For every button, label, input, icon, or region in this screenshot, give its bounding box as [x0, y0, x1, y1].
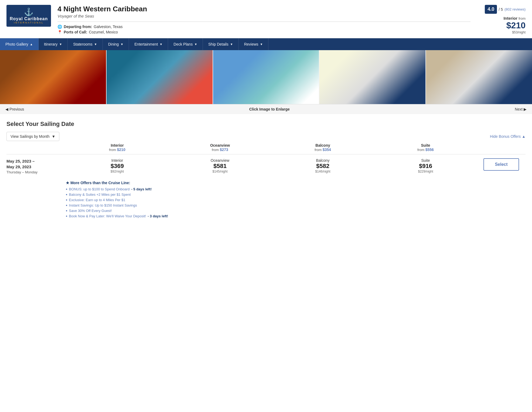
list-item[interactable]: Instant Savings: Up to $150 Instant Savi… [66, 203, 526, 208]
month-select-label: View Sailings by Month [11, 134, 49, 139]
cabin-header-action [477, 143, 526, 152]
nav-ship-details-label: Ship Details [208, 42, 229, 46]
hide-bonus-label: Hide Bonus Offers ▲ [490, 134, 526, 139]
cabin-header-interior: Interior from $210 [66, 143, 169, 152]
cabin-header-interior-from: from $210 [66, 147, 169, 152]
nav-entertainment-arrow: ▼ [159, 43, 162, 46]
nav-dining-arrow: ▼ [120, 43, 123, 46]
sailing-oceanview-per-night: $145/night [169, 170, 271, 173]
gallery-image-5[interactable] [426, 50, 532, 104]
price-main: $210 [477, 20, 526, 30]
bonus-star-icon: ★ [66, 181, 70, 185]
bonus-offer-5-text: Save 30% Off Every Guest! [69, 209, 112, 213]
cabin-header-oceanview-from: from $273 [169, 147, 271, 152]
sailing-date-range: May 25, 2023 –May 29, 2023 [6, 158, 66, 170]
bonus-offer-4-text: Instant Savings: Up to $150 Instant Savi… [69, 203, 137, 207]
nav-photo-gallery[interactable]: Photo Gallery ▲ [0, 38, 39, 50]
cabin-header-suite-type: Suite [374, 143, 477, 147]
nav-ship-details[interactable]: Ship Details ▼ [203, 38, 239, 50]
list-item[interactable]: BONUS: up to $100 to Spend Onboard - 5 d… [66, 187, 526, 192]
cruise-details: Departing from: Galveston, Texas Ports o… [57, 25, 470, 34]
bonus-title-text: More Offers than the Cruise Line: [70, 181, 130, 185]
sailing-date-col: May 25, 2023 –May 29, 2023 Thursday – Mo… [6, 158, 66, 174]
gallery-next-label: Next ▶ [515, 107, 527, 111]
gallery-next-button[interactable]: Next ▶ [515, 107, 527, 111]
globe-icon [57, 25, 62, 29]
cabin-header-suite-from: from $556 [374, 147, 477, 152]
list-item[interactable]: Exclusive: Earn up to 4 Miles Per $1 [66, 197, 526, 203]
sailing-interior-per-night: $92/night [66, 170, 169, 173]
nav-itinerary-label: Itinerary [44, 42, 58, 46]
gallery-image-3[interactable] [213, 50, 319, 104]
rating-max: / 5 [499, 7, 503, 12]
bonus-list: BONUS: up to $100 to Spend Onboard - 5 d… [66, 187, 526, 219]
rating-reviews[interactable]: (802 reviews) [504, 7, 526, 11]
rating-price-section: 4.0 / 5 (802 reviews) Interior from $210… [477, 5, 526, 34]
nav-itinerary[interactable]: Itinerary ▼ [39, 38, 68, 50]
bonus-offer-3-text: Exclusive: Earn up to 4 Miles Per $1 [69, 198, 125, 202]
sailing-days: Thursday – Monday [6, 170, 66, 174]
price-from-text: from [519, 16, 526, 20]
nav-reviews-label: Reviews [244, 42, 258, 46]
list-item[interactable]: Save 30% Off Every Guest! [66, 208, 526, 214]
nav-deck-plans-arrow: ▼ [194, 43, 197, 46]
gallery-image-4[interactable] [319, 50, 425, 104]
sailing-balcony-type: Balcony [271, 158, 374, 163]
gallery-image-1[interactable] [0, 50, 106, 104]
departing-label: Departing from: [64, 25, 92, 29]
gallery-image-2[interactable] [107, 50, 213, 104]
nav-dining[interactable]: Dining ▼ [103, 38, 129, 50]
sailing-section-title: Select Your Sailing Date [6, 121, 526, 128]
gallery-prev-button[interactable]: ◀ Previous [5, 107, 24, 111]
select-button[interactable]: Select [483, 158, 519, 171]
sailing-oceanview-type: Oceanview [169, 158, 271, 163]
cabin-header-balcony: Balcony from $354 [271, 143, 374, 152]
nav-staterooms[interactable]: Staterooms ▼ [68, 38, 103, 50]
gallery-prev-label: ◀ Previous [5, 107, 24, 111]
cabin-header-suite: Suite from $556 [374, 143, 477, 152]
list-item[interactable]: Book Now & Pay Later: We'll Waive Your D… [66, 214, 526, 219]
nav-entertainment[interactable]: Entertainment ▼ [129, 38, 168, 50]
nav-staterooms-label: Staterooms [73, 42, 93, 46]
brand-name-royal: Royal Caribbean [10, 16, 48, 21]
departing-row: Departing from: Galveston, Texas [57, 25, 470, 29]
filter-bar: View Sailings by Month ▼ Hide Bonus Offe… [6, 132, 526, 141]
gallery-nav: ◀ Previous Click Image to Enlarge Next ▶ [0, 104, 532, 114]
bonus-offers-section: ★ More Offers than the Cruise Line: BONU… [6, 181, 526, 219]
bonus-offer-1-text: BONUS: up to $100 to Spend Onboard [69, 187, 130, 191]
sailing-oceanview-price: $581 [169, 163, 271, 170]
sailing-balcony-price: $582 [271, 163, 374, 170]
nav-dining-label: Dining [108, 42, 119, 46]
bonus-title: ★ More Offers than the Cruise Line: [66, 181, 526, 185]
nav-deck-plans[interactable]: Deck Plans ▼ [168, 38, 203, 50]
gallery-images [0, 50, 532, 104]
nav-reviews-arrow: ▼ [260, 43, 263, 46]
rating-box: 4.0 / 5 (802 reviews) [485, 5, 526, 14]
nav-reviews[interactable]: Reviews ▼ [239, 38, 269, 50]
header-price: Interior from $210 $53/night [477, 16, 526, 34]
bonus-offer-6-text: Book Now & Pay Later: We'll Waive Your D… [69, 214, 146, 218]
hide-bonus-button[interactable]: Hide Bonus Offers ▲ [490, 134, 526, 139]
ports-value: Cozumel, Mexico [89, 30, 118, 34]
pin-icon [57, 30, 62, 34]
nav-deck-plans-label: Deck Plans [173, 42, 193, 46]
list-item[interactable]: Balcony & Suites +2 Miles per $1 Spent [66, 192, 526, 197]
price-per-night: $53/night [477, 30, 526, 34]
bonus-offer-6-urgent: - 3 days left! [148, 214, 168, 218]
bonus-offer-1-urgent: - 5 days left! [131, 187, 152, 191]
cabin-header-interior-type: Interior [66, 143, 169, 147]
month-select-dropdown[interactable]: View Sailings by Month ▼ [6, 132, 59, 141]
departing-value: Galveston, Texas [94, 25, 122, 29]
bonus-offer-2-text: Balcony & Suites +2 Miles per $1 Spent [69, 193, 131, 197]
navigation-bar: Photo Gallery ▲ Itinerary ▼ Staterooms ▼… [0, 38, 532, 50]
crown-icon: ⚓ [24, 8, 33, 16]
sailing-balcony-per-night: $146/night [271, 170, 374, 173]
table-row: May 25, 2023 –May 29, 2023 Thursday – Mo… [6, 154, 526, 178]
sailing-price-interior: Interior $369 $92/night [66, 158, 169, 173]
cabin-column-headers: Interior from $210 Oceanview from $273 B… [6, 141, 526, 154]
brand-logo[interactable]: ⚓ Royal Caribbean INTERNATIONAL [6, 5, 51, 27]
sailing-price-oceanview: Oceanview $581 $145/night [169, 158, 271, 173]
sailing-suite-price: $916 [374, 163, 477, 170]
nav-entertainment-label: Entertainment [134, 42, 158, 46]
ports-label: Ports of Call: [64, 30, 87, 34]
